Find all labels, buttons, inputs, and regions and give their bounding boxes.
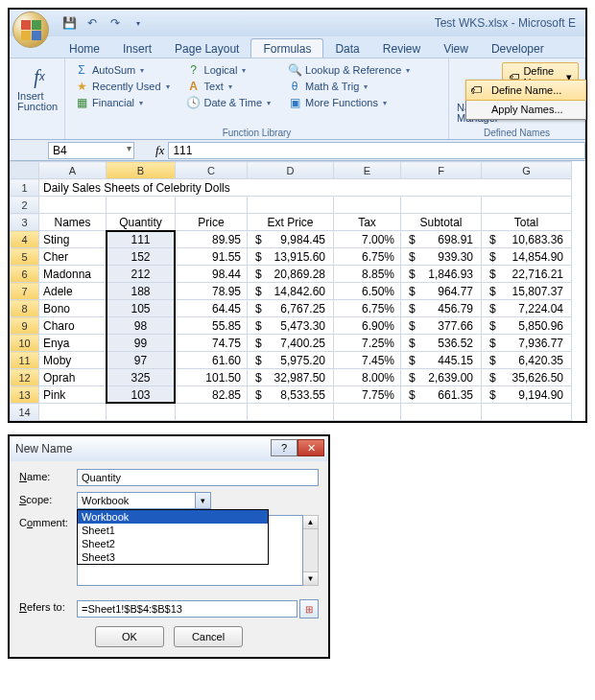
row-header-11[interactable]: 11 (11, 352, 39, 369)
cell-total[interactable]: $35,626.50 (482, 369, 572, 386)
cell-price[interactable]: 61.60 (176, 352, 248, 369)
cell-price[interactable]: 101.50 (176, 369, 248, 386)
cell-tax[interactable]: 7.75% (334, 386, 401, 404)
cell[interactable] (248, 197, 334, 214)
scroll-down-icon[interactable]: ▼ (303, 572, 318, 585)
cell-ext-price[interactable]: $32,987.50 (248, 369, 334, 386)
cell-quantity[interactable]: 99 (107, 335, 176, 352)
cell-subtotal[interactable]: $536.52 (401, 335, 482, 352)
row-header-4[interactable]: 4 (11, 231, 39, 248)
col-header-F[interactable]: F (401, 162, 482, 179)
cell[interactable] (39, 404, 107, 421)
scroll-up-icon[interactable]: ▲ (303, 516, 318, 529)
financial-button[interactable]: ▦Financial▾ (71, 95, 174, 110)
more-functions-button[interactable]: ▣More Functions▾ (284, 95, 414, 110)
cell-quantity[interactable]: 105 (107, 300, 176, 317)
math-trig-button[interactable]: θMath & Trig▾ (284, 79, 414, 94)
cell-name[interactable]: Charo (39, 317, 107, 335)
qat-undo-icon[interactable]: ↶ (83, 13, 102, 33)
cell-tax[interactable]: 6.90% (334, 317, 401, 335)
qat-redo-icon[interactable]: ↷ (106, 13, 125, 33)
name-input[interactable] (77, 469, 319, 486)
row-header-6[interactable]: 6 (11, 266, 39, 283)
cell-ext-price[interactable]: $5,473.30 (248, 317, 334, 335)
dialog-title-bar[interactable]: New Name ? ✕ (10, 436, 328, 461)
select-all-corner[interactable] (11, 162, 39, 179)
logical-button[interactable]: ?Logical▾ (183, 62, 275, 78)
cell-price[interactable]: 64.45 (176, 300, 248, 317)
col-header-G[interactable]: G (482, 162, 572, 179)
cell-quantity[interactable]: 97 (107, 352, 176, 369)
tab-view[interactable]: View (432, 39, 480, 58)
cell-subtotal[interactable]: $939.30 (401, 248, 482, 266)
cell-total[interactable]: $7,936.77 (482, 335, 572, 352)
cell-subtotal[interactable]: $445.15 (401, 352, 482, 369)
cell-total[interactable]: $9,194.90 (482, 386, 572, 404)
autosum-button[interactable]: ΣAutoSum▾ (71, 62, 174, 78)
cell-name[interactable]: Oprah (39, 369, 107, 386)
cell-name[interactable]: Bono (39, 300, 107, 317)
cell[interactable] (401, 197, 482, 214)
cell-tax[interactable]: 6.75% (334, 300, 401, 317)
chevron-down-icon[interactable]: ▾ (195, 493, 210, 508)
cell-total[interactable]: $15,807.37 (482, 283, 572, 300)
row-header-3[interactable]: 3 (11, 214, 39, 231)
column-title-B[interactable]: Quantity (107, 214, 176, 231)
cell[interactable] (334, 197, 401, 214)
cell-ext-price[interactable]: $6,767.25 (248, 300, 334, 317)
scope-option[interactable]: Sheet1 (78, 524, 268, 537)
cell[interactable] (248, 404, 334, 421)
dialog-close-button[interactable]: ✕ (298, 439, 324, 456)
cell-price[interactable]: 74.75 (176, 335, 248, 352)
row-header-8[interactable]: 8 (11, 300, 39, 317)
cell-price[interactable]: 91.55 (176, 248, 248, 266)
cell-quantity[interactable]: 98 (107, 317, 176, 335)
cell-name[interactable]: Madonna (39, 266, 107, 283)
cell-tax[interactable]: 7.00% (334, 231, 401, 248)
cell-name[interactable]: Sting (39, 231, 107, 248)
col-header-C[interactable]: C (176, 162, 248, 179)
text-button[interactable]: AText▾ (183, 79, 275, 94)
cell-quantity[interactable]: 103 (107, 386, 176, 404)
cell-price[interactable]: 82.85 (176, 386, 248, 404)
cell-ext-price[interactable]: $20,869.28 (248, 266, 334, 283)
scope-option[interactable]: Workbook (78, 510, 268, 524)
date-time-button[interactable]: 🕓Date & Time▾ (183, 95, 275, 110)
worksheet-grid[interactable]: ABCDEFG1Daily Sales Sheets of Celebrity … (10, 161, 585, 421)
cell-quantity[interactable]: 325 (107, 369, 176, 386)
cell-price[interactable]: 78.95 (176, 283, 248, 300)
cell[interactable] (107, 197, 176, 214)
cell-subtotal[interactable]: $456.79 (401, 300, 482, 317)
insert-function-button[interactable]: fx Insert Function (15, 60, 63, 116)
cell-price[interactable]: 98.44 (176, 266, 248, 283)
cell-total[interactable]: $10,683.36 (482, 231, 572, 248)
row-header-12[interactable]: 12 (11, 369, 39, 386)
scope-option[interactable]: Sheet2 (78, 537, 268, 550)
tab-review[interactable]: Review (371, 39, 432, 58)
cell-name[interactable]: Pink (39, 386, 107, 404)
cell[interactable] (176, 404, 248, 421)
cell-subtotal[interactable]: $2,639.00 (401, 369, 482, 386)
row-header-1[interactable]: 1 (11, 179, 39, 197)
cell[interactable] (482, 197, 572, 214)
menu-define-name[interactable]: 🏷Define Name... (465, 80, 586, 101)
cell-quantity[interactable]: 111 (107, 231, 176, 248)
cell-ext-price[interactable]: $7,400.25 (248, 335, 334, 352)
column-title-E[interactable]: Tax (334, 214, 401, 231)
cell-tax[interactable]: 7.25% (334, 335, 401, 352)
cell-ext-price[interactable]: $9,984.45 (248, 231, 334, 248)
office-button[interactable] (12, 12, 49, 48)
col-header-D[interactable]: D (248, 162, 334, 179)
cell-subtotal[interactable]: $1,846.93 (401, 266, 482, 283)
row-header-10[interactable]: 10 (11, 335, 39, 352)
cell[interactable] (401, 404, 482, 421)
menu-apply-names[interactable]: Apply Names... (466, 100, 585, 119)
tab-insert[interactable]: Insert (111, 39, 163, 58)
tab-home[interactable]: Home (58, 39, 111, 58)
cell-name[interactable]: Enya (39, 335, 107, 352)
ok-button[interactable]: OK (95, 626, 164, 647)
cell-subtotal[interactable]: $698.91 (401, 231, 482, 248)
qat-save-icon[interactable]: 💾 (60, 13, 79, 33)
cell-total[interactable]: $22,716.21 (482, 266, 572, 283)
cell-name[interactable]: Moby (39, 352, 107, 369)
